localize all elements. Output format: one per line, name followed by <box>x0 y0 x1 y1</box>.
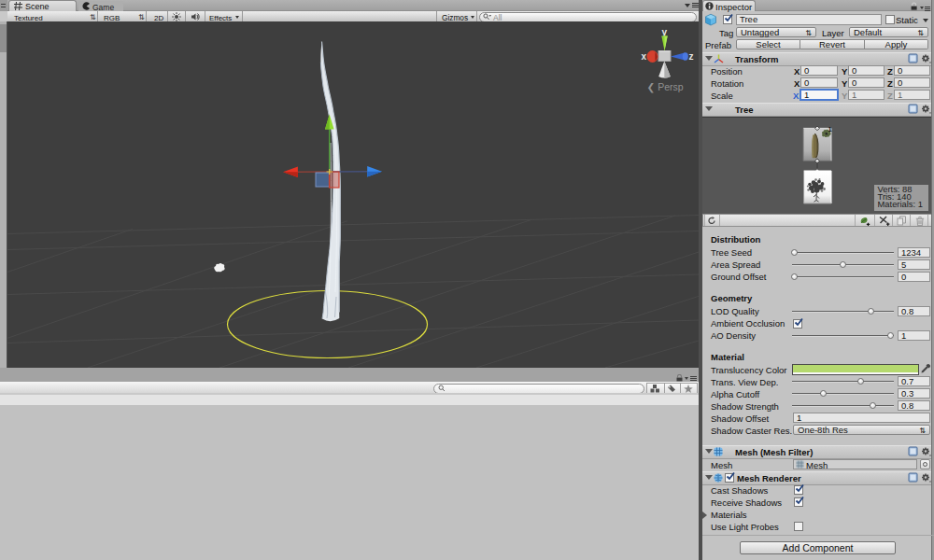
svg-text:x: x <box>642 51 647 62</box>
svg-text:1: 1 <box>828 125 832 133</box>
svg-text:Materials: 1: Materials: 1 <box>878 199 923 209</box>
svg-text:y: y <box>662 27 668 37</box>
svg-text:z: z <box>689 51 694 62</box>
svg-text:❮ Persp: ❮ Persp <box>647 81 684 93</box>
